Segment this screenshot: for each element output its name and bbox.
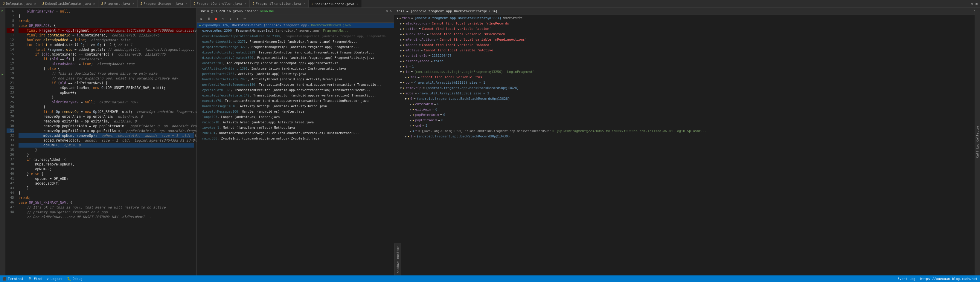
debug-btn[interactable]: 🐛 Debug bbox=[67, 277, 82, 281]
tab-close[interactable]: × bbox=[304, 2, 305, 5]
stack-frame[interactable]: · onStart:201, AppCompatActivity (androi… bbox=[197, 60, 394, 66]
var-removeOp[interactable]: ▼ ◆ removeOp = {android.fragment.app.Bac… bbox=[394, 86, 980, 91]
expand-icon[interactable]: ▶ bbox=[400, 54, 402, 58]
expand-icon[interactable]: ▶ bbox=[410, 112, 411, 117]
stack-frame[interactable]: · dispatchActivityCreated:520, FragmentA… bbox=[197, 55, 394, 60]
stack-frame-active[interactable]: ▶ expandOps:326, BackStackRecord (androi… bbox=[197, 23, 394, 28]
pin-icon[interactable]: ⊕ bbox=[971, 2, 974, 6]
var-mAdded[interactable]: ▶ ◆ mAdded = Cannot find local variable … bbox=[394, 43, 980, 48]
var-containerId[interactable]: ▶ ◆ containerId = 2131296475 bbox=[394, 53, 980, 59]
tab-close[interactable]: × bbox=[93, 2, 95, 5]
step-out-btn[interactable]: ↑ bbox=[234, 16, 240, 22]
var-alreadyAdded[interactable]: ▶ ◆ alreadyAdded = false bbox=[394, 59, 980, 64]
expand-icon[interactable]: ▼ bbox=[405, 97, 406, 101]
tab-debugstackdelegate[interactable]: J DebugStackDelegate.java × bbox=[39, 0, 98, 8]
var-mOps-1[interactable]: ▶ ◆ 1 = {android.fragment.app.BackStackR… bbox=[394, 134, 980, 139]
tab-close[interactable]: × bbox=[245, 2, 247, 5]
var-fns[interactable]: ▶ ◆ fns = Cannot find local variable 'fn… bbox=[394, 75, 980, 80]
event-log-btn[interactable]: Event Log bbox=[897, 277, 915, 281]
expand-icon[interactable]: ▶ bbox=[410, 124, 411, 128]
expand-icon[interactable]: ▼ bbox=[400, 70, 402, 74]
stack-frame[interactable]: · executeLifecycleState:142, Transaction… bbox=[197, 93, 394, 98]
var-mImgRecords[interactable]: ▶ ◆ mImgRecords = Cannot find local vari… bbox=[394, 21, 980, 26]
tab-fragmenttransition[interactable]: J FragmentTransition.java × bbox=[250, 0, 309, 8]
stack-frame[interactable]: · callActivityOnStart:1391, Instrumentat… bbox=[197, 66, 394, 71]
filter-icon[interactable]: ⊞ bbox=[386, 9, 388, 13]
expand-icon[interactable]: ▼ bbox=[400, 80, 402, 85]
expand-icon[interactable]: ▶ bbox=[400, 43, 402, 48]
stack-frame[interactable]: · dispatchActivityCreated:3229, Fragment… bbox=[197, 49, 394, 55]
tab-close[interactable]: × bbox=[34, 2, 36, 5]
expand-icon[interactable]: ▶ bbox=[410, 118, 411, 123]
stack-frame[interactable]: · invoke:-1, Method (java.lang.reflect) … bbox=[197, 125, 394, 130]
split-icon[interactable]: ▣ bbox=[975, 2, 978, 6]
stack-frame[interactable]: · execute:70, TransactionExecutor (andro… bbox=[197, 98, 394, 103]
expand-icon[interactable]: ▶ bbox=[400, 21, 402, 26]
var-popExitAnim[interactable]: ▶ ◆ popExitAnim = 0 bbox=[394, 118, 980, 123]
var-mOps-0[interactable]: ▼ ◆ 0 = {android.fragment.app.BackStackR… bbox=[394, 96, 980, 101]
stack-frame[interactable]: · performStart:7165, Activity (android.a… bbox=[197, 71, 394, 76]
settings-icon[interactable]: ⚙ bbox=[389, 9, 391, 13]
evaluate-btn[interactable]: ⌨ bbox=[242, 16, 248, 22]
resume-btn[interactable]: ▶ bbox=[199, 16, 205, 22]
stack-frame[interactable]: · main:6718, ActivityThread (android.app… bbox=[197, 119, 394, 125]
var-action[interactable]: ▶ ◆ action = Cannot find local variable … bbox=[394, 26, 980, 32]
expand-icon[interactable]: ▼ bbox=[400, 86, 402, 90]
expand-icon[interactable]: ▶ bbox=[400, 37, 402, 42]
var-mPendingActions[interactable]: ▶ ◆ mPendingActions = Cannot find local … bbox=[394, 37, 980, 43]
run-icon[interactable]: ▶ bbox=[2, 9, 3, 12]
shadows-monitor-tab[interactable]: shadows monitor bbox=[395, 244, 401, 276]
step-over-btn[interactable]: ↷ bbox=[220, 16, 226, 22]
stack-frame[interactable]: · execPendingActions:2273, FragmentManag… bbox=[197, 39, 394, 44]
var-mActive[interactable]: ▶ ◆ mActive = Cannot find local variable… bbox=[394, 48, 980, 53]
expand-icon[interactable]: ▶ bbox=[405, 134, 406, 139]
find-btn[interactable]: 🔍 Find bbox=[29, 277, 42, 281]
var-exitAnim[interactable]: ▶ ◆ exitAnim = 0 bbox=[394, 107, 980, 112]
tab-fragmentmanager[interactable]: J FragmentManager.java × bbox=[138, 0, 191, 8]
pause-btn[interactable]: ⏸ bbox=[206, 16, 212, 22]
tab-close[interactable]: × bbox=[185, 2, 187, 5]
var-mBackStack[interactable]: ▶ ◆ mBackStack = Cannot find local varia… bbox=[394, 32, 980, 37]
expand-icon[interactable]: ▶ bbox=[400, 48, 402, 53]
expand-icon[interactable]: ▶ bbox=[400, 59, 402, 63]
stack-frame[interactable]: · dispatchMessage:106, Handler (android.… bbox=[197, 109, 394, 114]
expand-icon[interactable]: ▶ bbox=[400, 32, 402, 37]
expand-icon[interactable]: ▶ bbox=[400, 27, 402, 32]
logcat-btn[interactable]: ⚙ Logcat bbox=[46, 277, 62, 281]
run-icon2[interactable]: ▶ bbox=[2, 73, 3, 76]
var-popEnterAnim[interactable]: ▶ ◆ popEnterAnim = 0 bbox=[394, 112, 980, 118]
tab-backstackrecord[interactable]: J BackStackRecord.java × bbox=[309, 0, 362, 8]
var-cmd[interactable]: ▶ ◆ cmd = 3 bbox=[394, 123, 980, 128]
stop-btn[interactable]: ⏹ bbox=[213, 16, 219, 22]
var-f[interactable]: ▶ ● f = {java.lang.Class@11990} "class a… bbox=[394, 128, 980, 134]
stack-frame[interactable]: · run:491, RuntimeMethodHandlerArgsCalle… bbox=[197, 130, 394, 136]
stack-frame[interactable]: · handleStartActivity:2975, ActivityThre… bbox=[197, 76, 394, 82]
var-i[interactable]: ▶ ◆ i = 1 bbox=[394, 64, 980, 69]
tab-close[interactable]: × bbox=[132, 2, 134, 5]
var-mOps[interactable]: ▼ ◆ mOps = {java.util.ArrayList@13398} s… bbox=[394, 91, 980, 96]
expand-icon[interactable]: ▶ bbox=[400, 64, 402, 69]
stack-frame[interactable]: · dispatchStateChange:3273, FragmentMana… bbox=[197, 44, 394, 49]
expand-icon[interactable]: ▶ bbox=[410, 107, 411, 112]
expand-icon[interactable]: ▼ bbox=[400, 91, 402, 96]
expand-icon[interactable]: ▶ bbox=[405, 75, 406, 80]
stack-frame[interactable]: · executeOps:2390, FragmentManagerImpl (… bbox=[197, 28, 394, 33]
terminal-btn[interactable]: ⬛ Terminal bbox=[2, 277, 24, 281]
expand-icon[interactable]: ▶ bbox=[410, 102, 411, 107]
tab-fragment[interactable]: J Fragment.java × bbox=[99, 0, 138, 8]
tab-delegate[interactable]: J Delegate.java × bbox=[0, 0, 39, 8]
stack-frame[interactable]: · main:856, ZygoteInit (com.android.inte… bbox=[197, 136, 394, 141]
var-id[interactable]: ▼ ◆ id = {com.iciisoo.aw.ui.login.LoginF… bbox=[394, 69, 980, 75]
var-enterAnim[interactable]: ▶ ◆ enterAnim = 0 bbox=[394, 101, 980, 107]
expand-icon[interactable]: ▶ bbox=[410, 129, 411, 133]
tab-close[interactable]: × bbox=[356, 2, 358, 6]
expand-icon[interactable]: ▼ bbox=[396, 16, 398, 21]
stack-frame[interactable]: · cycleToPath:165, TransactionExecutor (… bbox=[197, 87, 394, 93]
stack-frame[interactable]: · handleMessage:1816, ActivityThread$H (… bbox=[197, 103, 394, 109]
stack-frame[interactable]: · loop:193, Looper (android.os) Looper.j… bbox=[197, 114, 394, 119]
var-oo[interactable]: ▼ ◆ oo = {java.util.ArrayList@13198} siz… bbox=[394, 80, 980, 86]
var-this[interactable]: ▼ ◆ this = {android.fragment.app.BackSta… bbox=[394, 16, 980, 21]
stack-frame[interactable]: · performLifecycleSequence:180, Transact… bbox=[197, 82, 394, 87]
stack-frame[interactable]: · executeRedundantOperationsAndExecute:2… bbox=[197, 33, 394, 39]
tab-fragmentcontroller[interactable]: J FragmentController.java × bbox=[191, 0, 250, 8]
